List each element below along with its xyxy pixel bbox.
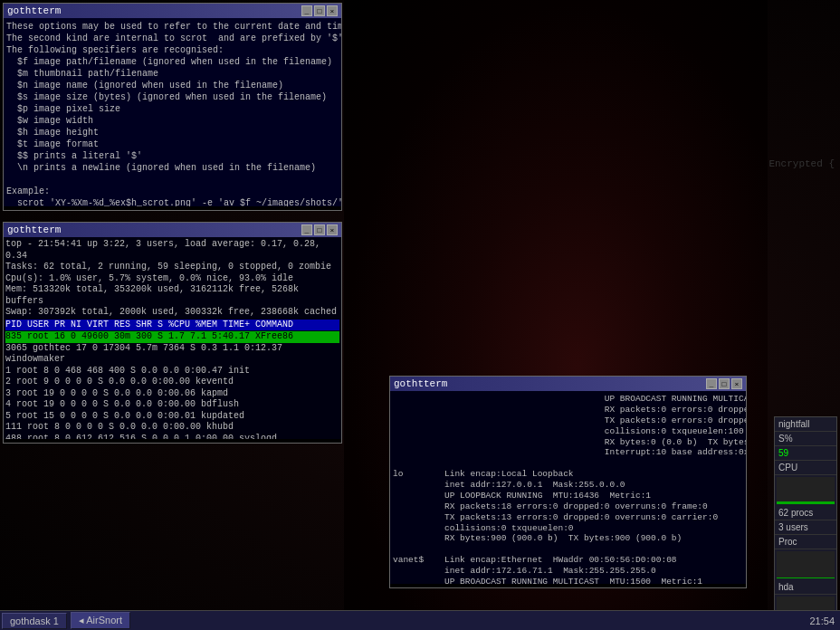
goth-close[interactable]: × (731, 378, 742, 389)
term-goth-content: UP BROADCAST RUNNING MULTICAST MTU:1500 … (390, 391, 746, 584)
nightfall-panel: nightfall S% 59 CPU 62 procs 3 users Pro… (774, 416, 837, 630)
top-tasks-line: Tasks: 62 total, 2 running, 59 sleeping,… (5, 262, 339, 273)
nightfall-hda-label: hda (775, 580, 836, 595)
nightfall-s-percent: S% (775, 432, 836, 446)
goth-minimize[interactable]: _ (706, 378, 717, 389)
goth-maximize[interactable]: □ (719, 378, 730, 389)
term-scrot-controls[interactable]: _ □ × (301, 5, 338, 16)
taskbar-time: 21:54 (809, 616, 835, 626)
nightfall-s-value: 59 (775, 446, 836, 461)
term-goth-window: gothtterm _ □ × UP BROADCAST RUNNING MUL… (389, 376, 747, 588)
taskbar-item-1[interactable]: gothdask 1 (2, 613, 67, 629)
top-proc-8: 111 root 8 0 0 0 0 S 0.0 0.0 0:00.00 khu… (5, 422, 339, 434)
nightfall-cpu-bar-fill (777, 501, 835, 504)
nightfall-cpu-label: CPU (775, 461, 836, 475)
top-proc-7: 5 root 15 0 0 0 0 S 0.0 0.0 0:00.01 kupd… (5, 411, 339, 423)
nightfall-proc-bar-fill (777, 578, 835, 579)
maximize-btn[interactable]: □ (314, 5, 325, 16)
term-top-title: gothtterm (7, 224, 61, 235)
term-scrot-titlebar[interactable]: gothtterm _ □ × (4, 4, 341, 18)
nightfall-title: nightfall (775, 417, 836, 432)
nightfall-users: 3 users (775, 520, 836, 535)
top-maximize-btn[interactable]: □ (314, 224, 325, 235)
top-cpu-line: Cpu(s): 1.0% user, 5.7% system, 0.0% nic… (5, 273, 339, 285)
top-proc-9: 488 root 8 0 612 612 516 S 0.0 0.1 0:00.… (5, 434, 339, 440)
top-proc-2: 3065 gothtec 17 0 17304 5.7m 7364 S 0.3 … (5, 343, 339, 366)
term-goth-text: UP BROADCAST RUNNING MULTICAST MTU:1500 … (393, 394, 743, 584)
term-top-controls[interactable]: _ □ × (301, 224, 338, 235)
term-scrot-text: These options may be used to refer to th… (6, 21, 339, 206)
close-btn[interactable]: × (327, 5, 338, 16)
term-top-titlebar[interactable]: gothtterm _ □ × (4, 223, 341, 237)
top-header-line: top - 21:54:41 up 3:22, 3 users, load av… (5, 239, 339, 262)
top-proc-4: 2 root 9 0 0 0 0 S 0.0 0.0 0:00.00 keven… (5, 377, 339, 388)
top-proc-5: 3 root 19 0 0 0 0 S 0.0 0.0 0:00.06 kapm… (5, 388, 339, 400)
top-pid-highlight: 835 root 16 0 49600 30m 300 S 1.7 7.1 5:… (5, 331, 339, 343)
term-goth-controls[interactable]: _ □ × (706, 378, 742, 389)
top-swap-line: Swap: 307392k total, 2000k used, 300332k… (5, 307, 339, 319)
term-scrot-content: These options may be used to refer to th… (4, 18, 341, 206)
nightfall-proc-label: Proc (775, 535, 836, 549)
top-col-headers: PID USER PR NI VIRT RES SHR S %CPU %MEM … (5, 320, 339, 331)
minimize-btn[interactable]: _ (301, 5, 312, 16)
top-close-btn[interactable]: × (327, 224, 338, 235)
nightfall-proc-bar (777, 551, 835, 578)
term-scrot-title: gothtterm (7, 5, 61, 16)
top-header-block: top - 21:54:41 up 3:22, 3 users, load av… (5, 239, 339, 439)
taskbar-item-2-label: ◂ (79, 615, 86, 625)
nightfall-procs: 62 procs (775, 506, 836, 520)
term-top-window: gothtterm _ □ × top - 21:54:41 up 3:22, … (3, 222, 342, 444)
taskbar-item-2-text: AirSnort (86, 615, 122, 625)
taskbar-item-2[interactable]: ◂ AirSnort (71, 612, 130, 629)
term-goth-title: gothtterm (394, 378, 447, 389)
term-top-content: top - 21:54:41 up 3:22, 3 users, load av… (4, 237, 341, 439)
encrypted-label: Encrypted { (768, 158, 835, 169)
taskbar: gothdask 1 ◂ AirSnort 21:54 (0, 610, 840, 630)
nightfall-cpu-bar (777, 477, 835, 504)
top-minimize-btn[interactable]: _ (301, 224, 312, 235)
term-goth-titlebar[interactable]: gothtterm _ □ × (390, 377, 746, 391)
term-scrot-window: gothtterm _ □ × These options may be use… (3, 3, 342, 211)
top-proc-6: 4 root 19 0 0 0 0 S 0.0 0.0 0:00.00 bdfl… (5, 399, 339, 411)
top-mem-line: Mem: 513320k total, 353200k used, 316211… (5, 284, 339, 307)
top-proc-3: 1 root 8 0 468 468 400 S 0.0 0.0 0:00.47… (5, 366, 339, 377)
